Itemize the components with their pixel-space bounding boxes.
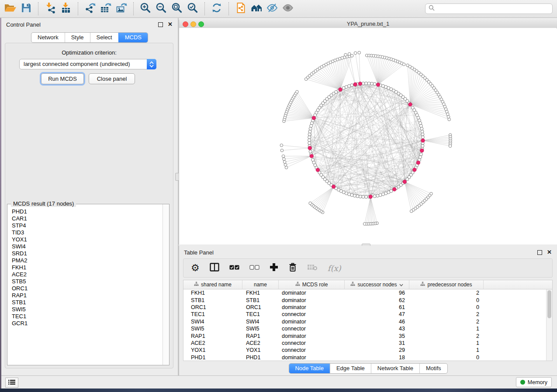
mcds-result-box: MCDS result (17 nodes) PHD1CAR1STP4TID3Y…	[7, 204, 170, 365]
network-window-titlebar[interactable]: YPA_prune.txt_1	[179, 20, 557, 28]
network-view-window: YPA_prune.txt_1	[179, 20, 557, 244]
tab-mcds[interactable]: MCDS	[118, 33, 148, 42]
control-panel: Control Panel ✕ Network Style Select MCD…	[1, 18, 178, 375]
network-canvas[interactable]	[179, 28, 557, 244]
table-scrollbar[interactable]	[546, 289, 552, 361]
criterion-dropdown[interactable]: largest connected component (undirected)	[19, 59, 156, 69]
mcds-result-item[interactable]: SWI5	[12, 306, 163, 313]
mcds-result-item[interactable]: TEC1	[12, 313, 163, 320]
table-row[interactable]: TEC1TEC1connector472	[183, 311, 546, 318]
show-columns-button[interactable]	[210, 262, 219, 274]
tab-select[interactable]: Select	[90, 33, 118, 42]
export-table-icon	[100, 2, 111, 15]
table-row[interactable]: FKH1FKH1dominator962	[183, 289, 546, 296]
zoom-out-button[interactable]	[153, 1, 169, 16]
search-input[interactable]	[437, 5, 552, 12]
mcds-result-item[interactable]: SWI4	[12, 243, 163, 250]
table-settings-button[interactable]: ⚙	[191, 262, 200, 274]
table-cell-shared_name: PHD1	[183, 354, 242, 361]
tab-motifs[interactable]: Motifs	[419, 364, 447, 373]
tab-node-table[interactable]: Node Table	[289, 364, 330, 373]
table-row[interactable]: PHD1PHD1dominator180	[183, 354, 546, 361]
task-history-button[interactable]	[5, 378, 18, 388]
mcds-result-item[interactable]: STP4	[12, 222, 163, 229]
table-cell-mcds_role: dominator	[279, 304, 345, 310]
table-row[interactable]: STB1STB1dominator620	[183, 296, 546, 303]
mcds-result-item[interactable]: ACE2	[12, 271, 163, 278]
select-all-icon	[229, 264, 239, 272]
first-neighbors-button[interactable]	[249, 1, 264, 16]
close-panel-button[interactable]: Close panel	[89, 73, 135, 84]
column-header-name[interactable]: name	[242, 280, 279, 289]
zoom-selected-button[interactable]	[185, 1, 201, 16]
table-row[interactable]: YOX1YOX1connector291	[183, 347, 546, 354]
float-panel-icon[interactable]	[537, 250, 542, 255]
table-cell-predecessor_nodes: 2	[409, 333, 484, 339]
mcds-result-item[interactable]: TID3	[12, 229, 163, 236]
mcds-result-item[interactable]: STB5	[12, 278, 163, 285]
table-row[interactable]: ORC1ORC1dominator610	[183, 304, 546, 311]
tab-network-table[interactable]: Network Table	[371, 364, 419, 373]
tab-style[interactable]: Style	[65, 33, 90, 42]
zoom-fit-button[interactable]	[169, 1, 185, 16]
run-mcds-button[interactable]: Run MCDS	[41, 73, 84, 84]
delete-rows-button[interactable]	[288, 262, 297, 274]
mcds-result-item[interactable]: GCR1	[12, 320, 163, 327]
zoom-in-button[interactable]	[138, 1, 153, 16]
close-panel-icon[interactable]: ✕	[547, 250, 552, 255]
column-type-icon	[194, 282, 199, 288]
float-panel-icon[interactable]	[158, 22, 163, 27]
column-header-successor-nodes[interactable]: successor nodes	[345, 280, 409, 289]
sort-chevron-icon	[399, 282, 403, 288]
open-session-button[interactable]	[3, 1, 18, 16]
mcds-result-item[interactable]: YOX1	[12, 236, 163, 243]
mcds-result-item[interactable]: PHD1	[12, 208, 163, 215]
table-row[interactable]: SWI4SWI4dominator462	[183, 318, 546, 325]
tab-edge-table[interactable]: Edge Table	[330, 364, 371, 373]
refresh-view-button[interactable]	[209, 1, 225, 16]
table-panel-tabs: Node Table Edge Table Network Table Moti…	[288, 363, 447, 374]
table-row[interactable]: SWI5SWI5connector431	[183, 325, 546, 332]
table-cell-shared_name: FKH1	[183, 290, 242, 296]
deselect-all-rows-button[interactable]	[249, 262, 259, 274]
add-row-button[interactable]	[270, 262, 278, 274]
eye-slash-icon	[266, 2, 278, 15]
column-header-mcds-role[interactable]: MCDS role	[279, 280, 345, 289]
memory-button[interactable]: Memory	[516, 377, 552, 387]
close-panel-icon[interactable]: ✕	[168, 22, 173, 27]
hide-selected-button[interactable]	[264, 1, 280, 16]
mcds-result-item[interactable]: PMA2	[12, 257, 163, 264]
import-table-icon	[60, 2, 72, 15]
mcds-result-item[interactable]: STB1	[12, 299, 163, 306]
show-all-button[interactable]	[280, 1, 296, 16]
table-row[interactable]: RAP1RAP1dominator352	[183, 332, 546, 339]
table-row[interactable]: ACE2ACE2connector311	[183, 340, 546, 347]
export-table-button[interactable]	[98, 1, 114, 16]
tab-network[interactable]: Network	[31, 33, 65, 42]
export-network-button[interactable]	[82, 1, 98, 16]
column-header-shared-name[interactable]: shared name	[183, 280, 242, 289]
new-network-from-selection-button[interactable]	[233, 1, 249, 16]
function-builder-button[interactable]: f(x)	[328, 262, 341, 274]
mcds-result-item[interactable]: FKH1	[12, 264, 163, 271]
toolbar-separator	[38, 2, 38, 15]
column-header-predecessor-nodes[interactable]: predecessor nodes	[409, 280, 484, 289]
mcds-result-list[interactable]: PHD1CAR1STP4TID3YOX1SWI4SRD1PMA2FKH1ACE2…	[8, 206, 163, 364]
delete-table-button[interactable]	[307, 262, 318, 274]
new-network-from-selection-icon	[235, 2, 246, 15]
import-table-button[interactable]	[58, 1, 74, 16]
export-image-button[interactable]	[114, 1, 129, 16]
table-scrollbar-thumb[interactable]	[547, 290, 551, 318]
mcds-result-item[interactable]: RAP1	[12, 292, 163, 299]
save-session-button[interactable]	[18, 1, 34, 16]
mcds-result-item[interactable]: SRD1	[12, 250, 163, 257]
deselect-all-icon	[249, 264, 259, 272]
search-field[interactable]	[425, 3, 553, 14]
select-all-rows-button[interactable]	[229, 262, 239, 274]
mcds-result-item[interactable]: ORC1	[12, 285, 163, 292]
import-network-button[interactable]	[42, 1, 58, 16]
mcds-result-item[interactable]: CAR1	[12, 215, 163, 222]
criterion-value: largest connected component (undirected)	[24, 61, 130, 67]
mcds-result-scrollbar[interactable]	[163, 204, 169, 365]
column-type-icon	[420, 282, 425, 288]
